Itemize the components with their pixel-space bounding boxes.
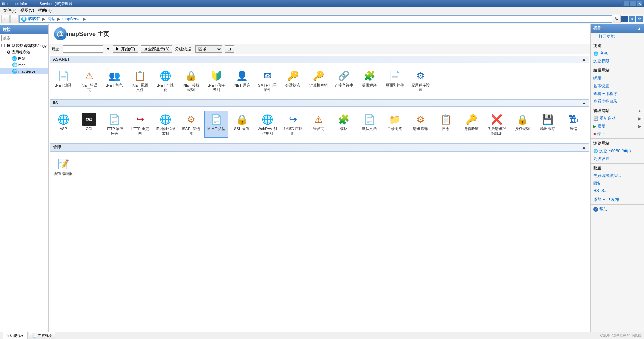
group-by-select[interactable]: 区域 (195, 45, 222, 53)
tree-icon-apppool: ⚙ (7, 50, 11, 55)
icon-output-cache[interactable]: 💾输出缓存 (536, 111, 560, 137)
restart-action[interactable]: 🔄 重新启动 ▶ (591, 115, 644, 122)
icon-config-editor[interactable]: 📝配置编辑器 (51, 156, 75, 178)
icon-mime[interactable]: 📄MIME 类型 (204, 111, 228, 137)
add-ftp-action[interactable]: 添加 FTP 发布... (591, 196, 644, 204)
tree-expand-root[interactable]: - (1, 44, 5, 47)
icon-session[interactable]: 🔑会话状态 (281, 67, 305, 94)
icon-app-settings[interactable]: ⚙应用程序设置 (408, 67, 432, 94)
basic-settings-action[interactable]: 基本设置... (591, 82, 644, 90)
icon-net-error[interactable]: ⚠.NET 错误页 (77, 67, 101, 94)
icon-http-redirect[interactable]: ↪HTTP 重定向 (128, 111, 152, 137)
section-collapse-manage[interactable]: ▲ (582, 145, 586, 150)
help-action[interactable]: ? 帮助 (591, 205, 644, 213)
browse-action[interactable]: 🌐 浏览 (591, 50, 644, 57)
browse-perm-action[interactable]: 浏览权限... (591, 57, 644, 65)
hsts-action[interactable]: HSTS... (591, 187, 644, 194)
icon-asp[interactable]: 🌐ASP (51, 111, 75, 137)
tree-item-sites[interactable]: - 🌐 网站 (0, 55, 48, 62)
icon-failed-req[interactable]: ❌失败请求跟踪规则 (485, 111, 509, 137)
manage-site-collapse[interactable]: ▲ (638, 109, 641, 113)
icon-handler[interactable]: ↪处理程序映射 (281, 111, 305, 137)
icon-net-trust[interactable]: 🔰.NET 信任级别 (204, 67, 228, 94)
tree-item-apppool[interactable]: ⚙ 应用程序池 (0, 49, 48, 55)
restrict-action[interactable]: 限制... (591, 180, 644, 187)
section-collapse-iis[interactable]: ▲ (582, 101, 586, 105)
icon-page-controls[interactable]: 📄页面和控件 (383, 67, 407, 94)
failed-tracking-action[interactable]: 失败请求跟踪... (591, 172, 644, 180)
minimize-button[interactable]: ─ (623, 1, 629, 6)
forward-button[interactable]: → (10, 15, 19, 23)
icon-error-pages[interactable]: ⚠错误页 (306, 111, 330, 137)
icon-isapi[interactable]: ⚙ISAPI 筛选器 (179, 111, 203, 137)
show-all-button[interactable]: ⊞ 全部显示(A) (141, 45, 172, 53)
icon-log[interactable]: 📋日志 (434, 111, 458, 137)
back-button[interactable]: ← (1, 15, 10, 23)
tree-expand-sites[interactable]: - (7, 57, 10, 60)
section-collapse-aspnet[interactable]: ▲ (582, 57, 586, 62)
icon-dir-browse[interactable]: 📁目录浏览 (383, 111, 407, 137)
collapse-icon[interactable]: ▲ (637, 26, 641, 31)
start-button[interactable]: ▶ 开始(G) (113, 45, 138, 53)
icon-req-filter[interactable]: ⚙请求筛选 (408, 111, 432, 137)
breadcrumb-sites[interactable]: 网站 (47, 16, 55, 22)
compress-label: 压缩 (570, 127, 577, 131)
breadcrumb-root[interactable]: 哆哆梦 (28, 16, 40, 22)
open-feature-action[interactable]: → 打开功能 (591, 33, 644, 40)
view-button[interactable]: ⊟ (225, 45, 234, 53)
icon-cgi[interactable]: CGICGI (77, 111, 101, 137)
icon-net-auth[interactable]: 🔒.NET 授权规则 (179, 67, 203, 94)
open-feature-icon: → (593, 34, 597, 39)
start-action[interactable]: ▶ 启动 ▶ (591, 122, 644, 130)
icon-net-config[interactable]: 📋.NET 配置文件 (128, 67, 152, 94)
section-header-manage[interactable]: 管理 ▲ (50, 143, 589, 152)
icon-net-global[interactable]: 🌐.NET 全球化 (153, 67, 177, 94)
icon-auth-rules[interactable]: 🔒授权规则 (510, 111, 534, 137)
advanced-action[interactable]: 高级设置... (591, 155, 644, 163)
section-header-iis[interactable]: IIS ▲ (50, 99, 589, 107)
section-header-aspnet[interactable]: ASP.NET ▲ (50, 56, 589, 63)
stop-action[interactable]: ■ 停止 (591, 130, 644, 138)
menu-file[interactable]: 文件(F) (1, 7, 18, 14)
tree-label-root: 哆哆梦 (哆哆梦\fengy (12, 43, 47, 48)
icon-provider[interactable]: 🧩提供程序 (357, 67, 381, 94)
content-view-tab[interactable]: 📄 内容视图 (29, 332, 55, 339)
view-apps-action[interactable]: 查看应用程序 (591, 90, 644, 98)
maximize-button[interactable]: □ (630, 1, 636, 6)
mime-label: MIME 类型 (207, 127, 225, 131)
icon-auth[interactable]: 🔑身份验证 (459, 111, 483, 137)
menu-view[interactable]: 视图(V) (18, 7, 36, 14)
bindings-action[interactable]: 绑定... (591, 74, 644, 82)
icon-compress[interactable]: 🗜压缩 (561, 111, 585, 137)
connection-search[interactable] (1, 35, 47, 41)
view-virtual-action[interactable]: 查看虚拟目录 (591, 98, 644, 105)
icon-net-compile[interactable]: 📄.NET 编译 (51, 67, 75, 94)
icon-ip-restrict[interactable]: 🌐IP 地址和域限制 (153, 111, 177, 137)
icon-webdav[interactable]: 🌐WebDAV 创作规则 (255, 111, 279, 137)
icon-machine-key[interactable]: 🔑计算机密钥 (306, 67, 330, 94)
watermark-text: CSDN @隔壁家的小屁孩 (600, 333, 641, 338)
breadcrumb-mapserve[interactable]: mapServe (62, 17, 81, 21)
net-compile-icon: 📄 (57, 69, 70, 82)
default-doc-icon: 📄 (363, 113, 376, 126)
icon-ssl[interactable]: 🔒SSL 设置 (230, 111, 254, 137)
restart-label: 重新启动 (600, 116, 616, 121)
icon-connection-strings[interactable]: 🔗连接字符串 (332, 67, 356, 94)
icon-default-doc[interactable]: 📄默认文档 (357, 111, 381, 137)
tree-item-map[interactable]: 🌐 map (0, 62, 48, 68)
close-button[interactable]: ✕ (637, 1, 643, 6)
browse-8060-action[interactable]: 🌐 浏览 *:8060 (http) (591, 147, 644, 155)
icon-modules[interactable]: 🧩模块 (332, 111, 356, 137)
icon-http-headers[interactable]: 📄HTTP 响应标头 (102, 111, 126, 137)
aspnet-icons-grid: 📄.NET 编译⚠.NET 错误页👥.NET 角色📋.NET 配置文件🌐.NET… (50, 64, 589, 97)
icon-net-role[interactable]: 👥.NET 角色 (102, 67, 126, 94)
menu-help[interactable]: 帮助(H) (36, 7, 54, 14)
icon-smtp[interactable]: ✉SMTP 电子邮件 (255, 67, 279, 94)
tree-item-root[interactable]: - 🖥 哆哆梦 (哆哆梦\fengy (0, 42, 48, 49)
tree-item-mapserve[interactable]: 🌐 mapServe (0, 68, 48, 74)
icon-net-users[interactable]: 👤.NET 用户 (230, 67, 254, 94)
toolbar-icon-1: a (621, 16, 628, 22)
feature-view-tab[interactable]: ⊞ 功能视图 (3, 332, 28, 339)
filter-input[interactable] (63, 45, 103, 53)
refresh-button[interactable]: ↻ (613, 15, 621, 23)
